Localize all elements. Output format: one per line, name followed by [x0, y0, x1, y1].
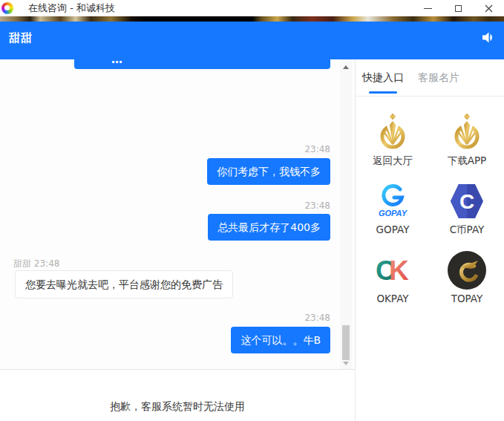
outgoing-message-bubble: 总共最后才存了400多 — [208, 214, 330, 241]
maximize-icon — [455, 5, 462, 12]
topay-logo-icon — [448, 251, 486, 290]
shortcut-label: TOPAY — [451, 293, 483, 304]
message-list: … 23:48 你们考虑下，我钱不多 23:48 总共最后才存了400多 甜甜 … — [0, 59, 355, 369]
shortcut-download-app[interactable]: 下载APP — [430, 111, 504, 180]
partial-message-bubble: … — [74, 59, 330, 69]
gopay-logo-icon: GOPAY — [376, 183, 410, 219]
okpay-logo-icon: C K — [375, 254, 410, 287]
titlebar: 在线咨询 - 和诚科技 — [0, 0, 504, 16]
chat-scrollbar[interactable] — [340, 59, 352, 369]
window-controls — [413, 0, 504, 16]
tab-agent-card[interactable]: 客服名片 — [418, 59, 459, 96]
app-window: 在线咨询 - 和诚科技 甜甜 — [0, 0, 504, 421]
scroll-down-icon — [343, 362, 349, 365]
scrollbar-thumb[interactable] — [342, 325, 350, 360]
shortcut-topay[interactable]: TOPAY — [430, 249, 504, 319]
lobby-gold-emblem-icon — [375, 113, 410, 151]
outgoing-message-bubble: 你们考虑下，我钱不多 — [207, 158, 330, 185]
minimize-button[interactable] — [413, 0, 443, 16]
minimize-icon — [424, 8, 432, 9]
scroll-up-icon — [343, 65, 349, 69]
close-button[interactable] — [474, 0, 504, 16]
close-icon — [485, 4, 493, 13]
outgoing-message-bubble: 这个可以。。牛B — [231, 327, 330, 353]
scroll-down-button[interactable] — [340, 359, 352, 368]
app-logo-icon — [1, 2, 13, 14]
system-unavailable-notice: 抱歉，客服系统暂时无法使用 — [110, 400, 245, 414]
message-timestamp: 23:48 — [304, 313, 330, 323]
message-timestamp: 23:48 — [304, 200, 330, 211]
partial-message-text: … — [111, 59, 124, 66]
speaker-icon — [481, 31, 495, 44]
panel-tabs: 快捷入口 客服名片 — [356, 59, 504, 97]
shortcut-gopay[interactable]: GOPAY GOPAY — [356, 180, 430, 249]
shortcut-label: 下载APP — [448, 154, 487, 168]
shortcut-okpay[interactable]: C K OKPAY — [356, 249, 430, 319]
maximize-button[interactable] — [443, 0, 474, 16]
chat-footer: 抱歉，客服系统暂时无法使用 — [0, 369, 355, 421]
shortcut-label: GOPAY — [376, 223, 410, 235]
shortcut-cbipay[interactable]: C C币PAY — [430, 180, 504, 249]
svg-text:GOPAY: GOPAY — [379, 209, 408, 218]
shortcut-grid: 返回大厅 下载APP — [356, 97, 504, 319]
shortcut-label: OKPAY — [376, 293, 408, 304]
message-timestamp: 23:48 — [304, 368, 330, 369]
chat-column: … 23:48 你们考虑下，我钱不多 23:48 总共最后才存了400多 甜甜 … — [0, 59, 355, 421]
window-title: 在线咨询 - 和诚科技 — [28, 1, 115, 15]
shortcut-label: 返回大厅 — [373, 154, 413, 168]
shortcut-label: C币PAY — [450, 223, 485, 237]
cbipay-logo-icon: C — [450, 183, 484, 220]
shortcut-return-lobby[interactable]: 返回大厅 — [356, 111, 430, 180]
right-panel: 快捷入口 客服名片 — [355, 59, 504, 421]
svg-text:C: C — [459, 190, 474, 213]
agent-message-label: 甜甜 23:48 — [13, 258, 59, 270]
agent-name: 甜甜 — [9, 31, 33, 45]
download-app-gold-emblem-icon — [449, 113, 485, 151]
message-timestamp: 23:48 — [304, 144, 330, 154]
scroll-up-button[interactable] — [340, 62, 352, 71]
chat-header: 甜甜 — [0, 22, 504, 59]
tab-quick-entry[interactable]: 快捷入口 — [362, 59, 404, 96]
incoming-message-bubble: 您要去曝光就去吧，平台感谢您的免费广告 — [15, 270, 233, 298]
svg-text:K: K — [389, 255, 409, 286]
sound-toggle-button[interactable] — [481, 31, 495, 44]
background-image-strip — [0, 16, 504, 22]
